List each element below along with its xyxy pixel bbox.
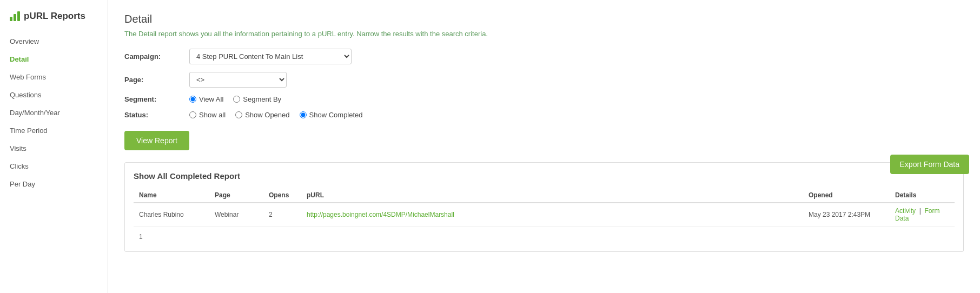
- report-section: Show All Completed Report Name Page Open…: [124, 162, 964, 252]
- status-show-all-label: Show all: [199, 111, 226, 119]
- activity-link[interactable]: Activity: [895, 207, 916, 215]
- cell-opens: 2: [263, 203, 301, 227]
- campaign-label: Campaign:: [124, 52, 189, 61]
- sidebar-item-day-month-year[interactable]: Day/Month/Year: [0, 104, 108, 122]
- cell-name: Charles Rubino: [134, 203, 209, 227]
- segment-view-all-radio[interactable]: [189, 96, 196, 103]
- page-control: <>: [189, 72, 287, 88]
- campaign-row: Campaign: 4 Step PURL Content To Main Li…: [124, 49, 964, 64]
- col-header-page: Page: [209, 188, 263, 203]
- col-header-opened: Opened: [803, 188, 890, 203]
- status-show-all[interactable]: Show all: [189, 111, 226, 119]
- status-show-opened[interactable]: Show Opened: [235, 111, 289, 119]
- segment-row: Segment: View All Segment By: [124, 95, 964, 103]
- segment-by-label: Segment By: [243, 95, 281, 103]
- sidebar-item-visits[interactable]: Visits: [0, 139, 108, 157]
- sidebar-nav: OverviewDetailWeb FormsQuestionsDay/Mont…: [0, 32, 108, 193]
- main-content: Detail The Detail report shows you all t…: [108, 0, 980, 293]
- status-show-all-radio[interactable]: [189, 111, 196, 118]
- cell-purl: http://pages.boingnet.com/4SDMP/MichaelM…: [301, 203, 803, 227]
- col-header-details: Details: [890, 188, 955, 203]
- purl-link[interactable]: http://pages.boingnet.com/4SDMP/MichaelM…: [307, 211, 454, 218]
- status-show-completed-label: Show Completed: [309, 111, 363, 119]
- table-header-row: Name Page Opens pURL Opened Details: [134, 188, 955, 203]
- status-options: Show all Show Opened Show Completed: [189, 111, 363, 119]
- status-show-completed-radio[interactable]: [300, 111, 307, 118]
- segment-label: Segment:: [124, 95, 189, 103]
- cell-opened: May 23 2017 2:43PM: [803, 203, 890, 227]
- segment-options: View All Segment By: [189, 95, 281, 103]
- view-report-button[interactable]: View Report: [124, 131, 189, 150]
- sidebar: pURL Reports OverviewDetailWeb FormsQues…: [0, 0, 108, 293]
- col-header-name: Name: [134, 188, 209, 203]
- status-show-opened-radio[interactable]: [235, 111, 242, 118]
- sidebar-item-clicks[interactable]: Clicks: [0, 157, 108, 175]
- sidebar-item-time-period[interactable]: Time Period: [0, 122, 108, 139]
- campaign-select[interactable]: 4 Step PURL Content To Main List: [189, 49, 352, 64]
- page-row: Page: <>: [124, 72, 964, 88]
- logo-icon: [10, 11, 20, 21]
- sidebar-item-overview[interactable]: Overview: [0, 32, 108, 50]
- report-title: Show All Completed Report: [134, 171, 955, 181]
- page-select[interactable]: <>: [189, 72, 287, 88]
- page-description: The Detail report shows you all the info…: [124, 30, 964, 38]
- app-logo: pURL Reports: [0, 11, 108, 32]
- status-label: Status:: [124, 111, 189, 119]
- status-show-opened-label: Show Opened: [245, 111, 289, 119]
- segment-by-radio[interactable]: [233, 96, 240, 103]
- segment-view-all[interactable]: View All: [189, 95, 223, 103]
- page-label: Page:: [124, 76, 189, 84]
- sidebar-item-detail[interactable]: Detail: [0, 50, 108, 68]
- report-table: Name Page Opens pURL Opened Details Char…: [134, 188, 955, 227]
- campaign-control: 4 Step PURL Content To Main List: [189, 49, 352, 64]
- table-footer: 1: [134, 231, 955, 243]
- logo-text: pURL Reports: [24, 11, 85, 22]
- page-title: Detail: [124, 13, 964, 25]
- status-show-completed[interactable]: Show Completed: [300, 111, 363, 119]
- sidebar-item-web-forms[interactable]: Web Forms: [0, 68, 108, 86]
- segment-by[interactable]: Segment By: [233, 95, 281, 103]
- sidebar-item-per-day[interactable]: Per Day: [0, 175, 108, 193]
- col-header-opens: Opens: [263, 188, 301, 203]
- sidebar-item-questions[interactable]: Questions: [0, 86, 108, 104]
- status-row: Status: Show all Show Opened Show Comple…: [124, 111, 964, 119]
- export-form-data-button[interactable]: Export Form Data: [890, 155, 969, 174]
- col-header-purl: pURL: [301, 188, 803, 203]
- segment-view-all-label: View All: [199, 95, 223, 103]
- table-row: Charles Rubino Webinar 2 http://pages.bo…: [134, 203, 955, 227]
- cell-details: Activity | Form Data: [890, 203, 955, 227]
- cell-page: Webinar: [209, 203, 263, 227]
